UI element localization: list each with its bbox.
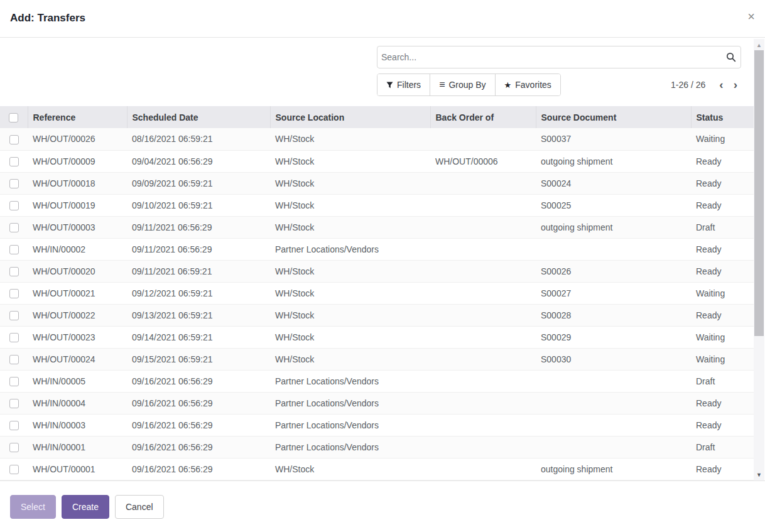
row-checkbox[interactable] — [9, 245, 19, 254]
row-checkbox-cell — [0, 458, 28, 480]
cell-reference: WH/OUT/00019 — [28, 194, 127, 216]
cell-source-location: Partner Locations/Vendors — [270, 238, 430, 260]
cell-source-document: outgoing shipment — [536, 150, 691, 172]
row-checkbox[interactable] — [9, 333, 19, 342]
row-checkbox[interactable] — [9, 223, 19, 232]
cell-reference: WH/OUT/00022 — [28, 304, 127, 326]
table-row[interactable]: WH/IN/0000309/16/2021 06:56:29Partner Lo… — [0, 414, 754, 436]
search-input[interactable] — [377, 46, 722, 68]
row-checkbox-cell — [0, 216, 28, 238]
cell-status: Ready — [691, 150, 754, 172]
funnel-icon — [386, 82, 393, 89]
favorites-button[interactable]: ★ Favorites — [496, 74, 560, 95]
row-checkbox-cell — [0, 370, 28, 392]
table-row[interactable]: WH/OUT/0000109/16/2021 06:56:29WH/Stocko… — [0, 458, 754, 480]
cell-reference: WH/OUT/00009 — [28, 150, 127, 172]
search-icon[interactable] — [722, 52, 741, 62]
row-checkbox[interactable] — [9, 267, 19, 276]
cell-source-location: Partner Locations/Vendors — [270, 392, 430, 414]
table-row[interactable]: WH/OUT/0001809/09/2021 06:59:21WH/StockS… — [0, 172, 754, 194]
table-row[interactable]: WH/OUT/0002209/13/2021 06:59:21WH/StockS… — [0, 304, 754, 326]
select-button[interactable]: Select — [10, 495, 56, 519]
group-by-button[interactable]: ≡ Group By — [430, 74, 495, 95]
cell-status: Ready — [691, 194, 754, 216]
table-row[interactable]: WH/IN/0000409/16/2021 06:56:29Partner Lo… — [0, 392, 754, 414]
table-row[interactable]: WH/IN/0000109/16/2021 06:56:29Partner Lo… — [0, 436, 754, 458]
cell-scheduled-date: 09/16/2021 06:56:29 — [127, 414, 270, 436]
column-header-source-document[interactable]: Source Document — [536, 106, 691, 128]
row-checkbox[interactable] — [9, 465, 19, 474]
table-row[interactable]: WH/OUT/0002608/16/2021 06:59:21WH/StockS… — [0, 128, 754, 150]
cancel-button[interactable]: Cancel — [115, 495, 164, 519]
row-checkbox[interactable] — [9, 443, 19, 452]
cell-scheduled-date: 09/11/2021 06:56:29 — [127, 238, 270, 260]
row-checkbox[interactable] — [9, 157, 19, 166]
scroll-down-icon[interactable]: ▼ — [754, 470, 764, 480]
scroll-up-icon[interactable]: ▲ — [754, 40, 764, 50]
cell-source-document: outgoing shipment — [536, 216, 691, 238]
group-by-label: Group By — [448, 80, 486, 90]
row-checkbox-cell — [0, 172, 28, 194]
table-row[interactable]: WH/IN/0000509/16/2021 06:56:29Partner Lo… — [0, 370, 754, 392]
row-checkbox[interactable] — [9, 179, 19, 188]
table-row[interactable]: WH/OUT/0002009/11/2021 06:59:21WH/StockS… — [0, 260, 754, 282]
cell-source-location: WH/Stock — [270, 216, 430, 238]
cell-status: Ready — [691, 458, 754, 480]
cell-status: Draft — [691, 216, 754, 238]
table-row[interactable]: WH/OUT/0001909/10/2021 06:59:21WH/StockS… — [0, 194, 754, 216]
cell-source-location: WH/Stock — [270, 172, 430, 194]
cell-source-document — [536, 414, 691, 436]
row-checkbox[interactable] — [9, 421, 19, 430]
cell-status: Waiting — [691, 128, 754, 150]
cell-back-order-of: WH/OUT/00006 — [430, 150, 536, 172]
row-checkbox[interactable] — [9, 377, 19, 386]
cell-status: Draft — [691, 436, 754, 458]
cell-back-order-of — [430, 216, 536, 238]
row-checkbox[interactable] — [9, 311, 19, 320]
table-row[interactable]: WH/OUT/0000309/11/2021 06:56:29WH/Stocko… — [0, 216, 754, 238]
cell-status: Waiting — [691, 282, 754, 304]
column-header-reference[interactable]: Reference — [28, 106, 127, 128]
cell-back-order-of — [430, 458, 536, 480]
row-checkbox[interactable] — [9, 355, 19, 364]
cell-status: Ready — [691, 238, 754, 260]
cell-source-location: WH/Stock — [270, 150, 430, 172]
dialog-title: Add: Transfers — [10, 12, 85, 24]
row-checkbox[interactable] — [9, 399, 19, 408]
pager-prev-icon[interactable]: ‹ — [715, 79, 727, 91]
cell-scheduled-date: 09/09/2021 06:59:21 — [127, 172, 270, 194]
table-row[interactable]: WH/OUT/0002309/14/2021 06:59:21WH/StockS… — [0, 326, 754, 348]
cell-source-document — [536, 392, 691, 414]
table-row[interactable]: WH/OUT/0002409/15/2021 06:59:21WH/StockS… — [0, 348, 754, 370]
cell-scheduled-date: 08/16/2021 06:59:21 — [127, 128, 270, 150]
cell-source-location: Partner Locations/Vendors — [270, 370, 430, 392]
search-options-group: Filters ≡ Group By ★ Favorites — [377, 73, 561, 96]
filters-button[interactable]: Filters — [377, 74, 430, 95]
scrollbar-thumb[interactable] — [754, 50, 764, 336]
star-icon: ★ — [504, 80, 512, 90]
cell-scheduled-date: 09/15/2021 06:59:21 — [127, 348, 270, 370]
cell-reference: WH/OUT/00001 — [28, 458, 127, 480]
table-row[interactable]: WH/OUT/0002109/12/2021 06:59:21WH/StockS… — [0, 282, 754, 304]
close-icon[interactable]: × — [745, 8, 757, 25]
vertical-scrollbar[interactable]: ▲ ▼ — [754, 39, 764, 481]
table-row[interactable]: WH/OUT/0000909/04/2021 06:56:29WH/StockW… — [0, 150, 754, 172]
cell-source-location: WH/Stock — [270, 194, 430, 216]
select-all-checkbox[interactable] — [9, 113, 18, 122]
column-header-back-order-of[interactable]: Back Order of — [430, 106, 536, 128]
pager-next-icon[interactable]: › — [730, 79, 741, 91]
create-button[interactable]: Create — [62, 495, 109, 519]
cell-back-order-of — [430, 392, 536, 414]
row-checkbox[interactable] — [9, 289, 19, 298]
cell-source-document: S00030 — [536, 348, 691, 370]
column-header-scheduled-date[interactable]: Scheduled Date — [127, 106, 270, 128]
row-checkbox[interactable] — [9, 135, 19, 144]
table-row[interactable]: WH/IN/0000209/11/2021 06:56:29Partner Lo… — [0, 238, 754, 260]
row-checkbox[interactable] — [9, 201, 19, 210]
column-header-source-location[interactable]: Source Location — [270, 106, 430, 128]
group-by-icon: ≡ — [439, 79, 445, 90]
cell-status: Ready — [691, 260, 754, 282]
column-header-status[interactable]: Status — [691, 106, 754, 128]
cell-reference: WH/IN/00001 — [28, 436, 127, 458]
cell-back-order-of — [430, 172, 536, 194]
